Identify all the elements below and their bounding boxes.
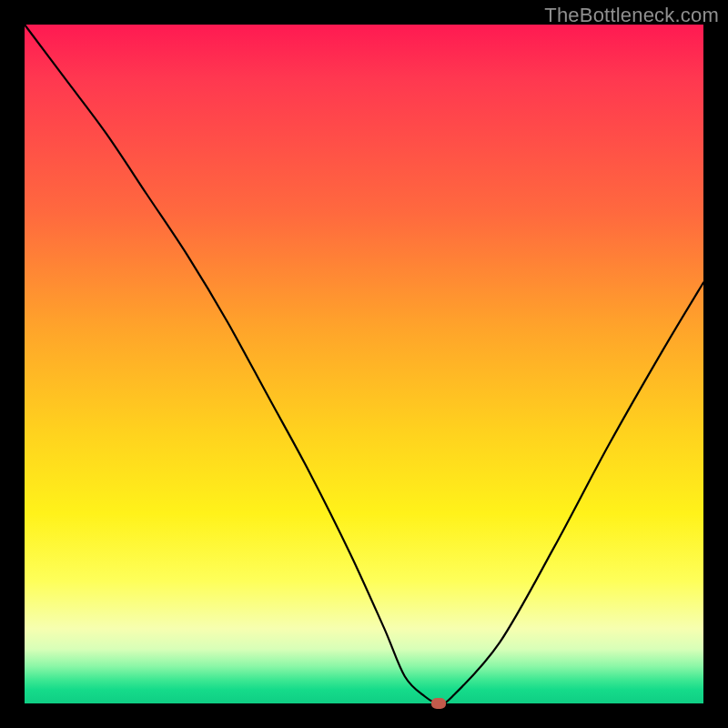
chart-frame: TheBottleneck.com [0, 0, 728, 728]
optimal-point-marker [431, 698, 446, 709]
watermark-text: TheBottleneck.com [544, 4, 719, 27]
bottleneck-curve [25, 25, 703, 703]
